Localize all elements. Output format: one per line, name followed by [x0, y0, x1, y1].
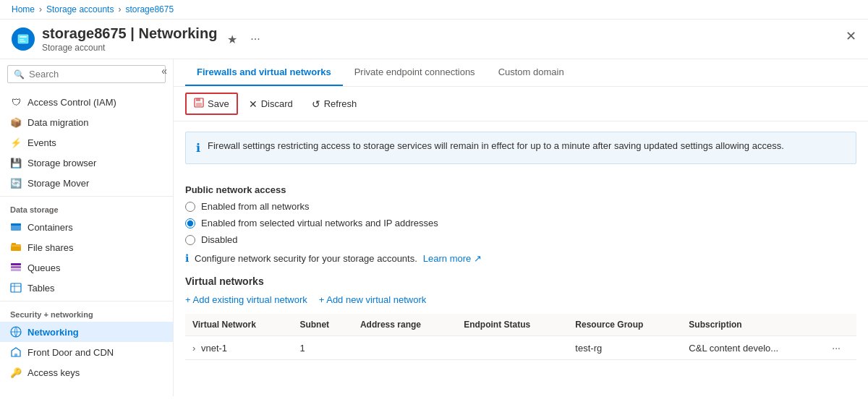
sidebar-item-networking[interactable]: Networking: [0, 322, 173, 342]
sidebar-section-data-storage: Data storage: [0, 200, 173, 217]
header-text: storage8675 | Networking Storage account: [42, 25, 217, 53]
breadcrumb-storage-accounts[interactable]: Storage accounts: [46, 4, 114, 14]
radio-selected-networks-input[interactable]: [185, 218, 195, 228]
sidebar-item-label: Queues: [27, 262, 61, 273]
radio-selected-networks[interactable]: Enabled from selected virtual networks a…: [185, 218, 856, 228]
public-network-access-label: Public network access: [185, 184, 856, 195]
discard-button[interactable]: ✕ Discard: [241, 94, 301, 114]
svg-rect-15: [14, 354, 17, 356]
config-note: ℹ Configure network security for your st…: [185, 252, 856, 264]
refresh-icon: ↺: [312, 98, 320, 110]
cell-more: ···: [825, 336, 856, 360]
svg-rect-18: [196, 103, 202, 106]
row-more-button[interactable]: ···: [832, 342, 841, 354]
sidebar-item-label: Access keys: [27, 367, 80, 378]
add-new-vnet-button[interactable]: + Add new virtual network: [319, 294, 427, 305]
tab-custom-domain[interactable]: Custom domain: [487, 59, 576, 86]
save-icon: [194, 98, 204, 110]
sidebar: « 🔍 🛡 Access Control (IAM) 📦 Data migrat…: [0, 59, 174, 396]
front-door-icon: [10, 346, 22, 358]
tab-private-endpoints[interactable]: Private endpoint connections: [343, 59, 487, 86]
sidebar-item-label: Events: [27, 137, 56, 148]
sidebar-items: 🛡 Access Control (IAM) 📦 Data migration …: [0, 89, 173, 382]
tab-firewalls[interactable]: Firewalls and virtual networks: [185, 59, 343, 86]
svg-rect-11: [11, 283, 21, 292]
radio-disabled-input[interactable]: [185, 235, 195, 245]
info-icon: ℹ: [196, 140, 200, 156]
svg-rect-1: [20, 36, 27, 38]
search-input[interactable]: [29, 69, 159, 80]
sidebar-item-label: Storage Mover: [27, 178, 89, 189]
sidebar-item-data-migration[interactable]: 📦 Data migration: [0, 112, 173, 132]
sidebar-item-queues[interactable]: Queues: [0, 257, 173, 278]
sidebar-item-access-keys[interactable]: 🔑 Access keys: [0, 362, 173, 382]
more-button[interactable]: ···: [247, 30, 263, 48]
tab-bar: Firewalls and virtual networks Private e…: [174, 59, 868, 87]
sidebar-item-containers[interactable]: Containers: [0, 217, 173, 237]
config-info-icon: ℹ: [185, 252, 189, 264]
search-box: 🔍: [7, 65, 166, 83]
breadcrumb-current[interactable]: storage8675: [125, 4, 174, 14]
breadcrumb-home[interactable]: Home: [12, 4, 35, 14]
main-layout: « 🔍 🛡 Access Control (IAM) 📦 Data migrat…: [0, 59, 868, 396]
cell-subnet: 1: [292, 336, 353, 360]
svg-rect-5: [11, 223, 21, 226]
tables-icon: [10, 282, 22, 294]
cell-virtual-network: › vnet-1: [185, 336, 292, 360]
data-migration-icon: 📦: [10, 116, 22, 128]
radio-disabled[interactable]: Disabled: [185, 234, 856, 245]
sidebar-item-file-shares[interactable]: File shares: [0, 237, 173, 257]
svg-rect-6: [11, 244, 21, 251]
sidebar-item-label: Data migration: [27, 117, 89, 128]
sidebar-item-label: Tables: [27, 283, 55, 294]
col-address-range: Address range: [353, 314, 456, 336]
add-existing-vnet-button[interactable]: + Add existing virtual network: [185, 294, 307, 305]
events-icon: ⚡: [10, 137, 22, 148]
sidebar-item-tables[interactable]: Tables: [0, 278, 173, 298]
svg-rect-10: [11, 269, 21, 271]
svg-rect-9: [11, 266, 21, 268]
discard-icon: ✕: [249, 98, 258, 110]
containers-icon: [10, 221, 22, 233]
main-content: Public network access Enabled from all n…: [174, 174, 868, 370]
radio-all-networks-input[interactable]: [185, 202, 195, 212]
col-virtual-network: Virtual Network: [185, 314, 292, 336]
radio-all-networks[interactable]: Enabled from all networks: [185, 201, 856, 212]
col-actions: [825, 314, 856, 336]
sidebar-item-label: Containers: [27, 222, 73, 233]
favorite-button[interactable]: ★: [224, 30, 240, 49]
close-button[interactable]: ✕: [846, 28, 856, 44]
storage-mover-icon: 🔄: [10, 177, 22, 189]
page-header: storage8675 | Networking Storage account…: [0, 20, 868, 59]
networking-icon: [10, 326, 22, 338]
page-title: storage8675 | Networking: [42, 25, 217, 42]
expand-icon[interactable]: ›: [192, 343, 195, 354]
sidebar-collapse-button[interactable]: «: [161, 65, 167, 77]
col-subnet: Subnet: [292, 314, 353, 336]
sidebar-item-storage-mover[interactable]: 🔄 Storage Mover: [0, 173, 173, 193]
storage-browser-icon: 💾: [10, 157, 22, 168]
cell-resource-group: test-rg: [568, 336, 681, 360]
learn-more-link[interactable]: Learn more ↗: [423, 253, 482, 264]
svg-rect-17: [196, 98, 200, 101]
sidebar-divider-2: [0, 301, 173, 302]
svg-rect-7: [12, 243, 16, 245]
cell-address-range: [353, 336, 456, 360]
access-control-icon: 🛡: [10, 96, 22, 108]
sidebar-item-label: Access Control (IAM): [27, 97, 116, 108]
sidebar-item-access-control[interactable]: 🛡 Access Control (IAM): [0, 92, 173, 112]
svg-rect-8: [11, 263, 21, 265]
svg-rect-3: [20, 41, 25, 43]
save-button[interactable]: Save: [185, 93, 238, 115]
access-keys-icon: 🔑: [10, 367, 22, 378]
sidebar-item-events[interactable]: ⚡ Events: [0, 132, 173, 153]
breadcrumb: Home › Storage accounts › storage8675: [0, 0, 868, 20]
external-link-icon: ↗: [474, 253, 482, 264]
resource-icon: [12, 27, 35, 51]
search-icon: 🔍: [14, 69, 25, 80]
sidebar-item-storage-browser[interactable]: 💾 Storage browser: [0, 153, 173, 173]
network-access-options: Enabled from all networks Enabled from s…: [185, 201, 856, 245]
refresh-button[interactable]: ↺ Refresh: [304, 94, 365, 114]
svg-rect-2: [20, 39, 24, 40]
sidebar-item-front-door[interactable]: Front Door and CDN: [0, 342, 173, 362]
